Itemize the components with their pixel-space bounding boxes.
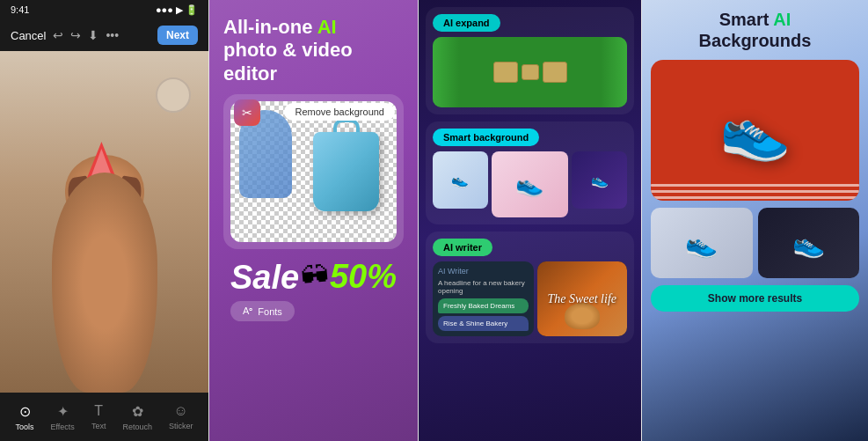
sticker-label: Sticker: [169, 422, 193, 430]
bag-shape: [313, 132, 379, 211]
ai-expand-card: AI expand: [426, 7, 634, 114]
main-sneaker-card: 👟: [651, 60, 859, 201]
panel-smart-backgrounds: Smart AI Backgrounds 👟 👟 👟 Show more res…: [642, 0, 868, 441]
retouch-icon: ✿: [132, 403, 143, 420]
writer-chat: AI Writer A headline for a new bakery op…: [433, 261, 534, 336]
editor-toolbar: ⊙ Tools ✦ Effects T Text ✿ Retouch ☺ Sti…: [0, 393, 208, 441]
sweet-life-text: The Sweet life: [547, 292, 616, 305]
sneaker-emoji-2: 👟: [515, 171, 543, 198]
cancel-button[interactable]: Cancel: [11, 29, 46, 42]
sneaker-images: 👟 👟 👟: [433, 151, 627, 217]
sneaker-mini-3: 👟: [572, 151, 627, 209]
magic-wand-badge: ✂: [234, 99, 260, 126]
sneaker-thumb-icon-1: 👟: [685, 228, 718, 259]
text-label: Text: [91, 422, 106, 430]
redo-icon[interactable]: ↪: [70, 28, 81, 42]
more-icon[interactable]: •••: [106, 28, 119, 42]
expand-bg: [433, 37, 627, 107]
sneaker-image-3: 👟: [572, 151, 627, 209]
panel2-header: All-in-one AI photo & videoeditor: [209, 0, 418, 94]
next-button[interactable]: Next: [157, 26, 198, 45]
undo-icon[interactable]: ↩: [53, 28, 63, 42]
toolbar-item-text[interactable]: T Text: [91, 403, 106, 430]
sneaker-emoji-1: 👟: [451, 172, 469, 188]
sale-percent: 50%: [330, 258, 397, 296]
panel2-title: All-in-one AI photo & videoeditor: [223, 16, 404, 85]
effects-icon: ✦: [57, 403, 69, 420]
title-ai: AI: [317, 16, 337, 38]
dog-image-area: [0, 51, 208, 393]
fonts-label: Fonts: [258, 306, 282, 317]
retouch-label: Retouch: [122, 423, 152, 431]
expand-blur-right: [601, 37, 627, 107]
track-line-3: [651, 196, 859, 199]
box-shape-1: [493, 62, 518, 83]
toolbar-item-effects[interactable]: ✦ Effects: [51, 403, 75, 431]
remove-bg-label: Remove background: [284, 103, 395, 121]
sneaker-mini-1: 👟: [433, 151, 488, 209]
panel4-title: Smart AI Backgrounds: [651, 9, 859, 51]
sneaker-image-2: 👟: [492, 151, 569, 217]
pastry-shape: [565, 303, 600, 329]
effects-label: Effects: [51, 423, 75, 431]
sneaker-thumb-1: 👟: [651, 208, 753, 278]
wall-decoration: [156, 77, 191, 113]
sneaker-thumb-2: 👟: [758, 208, 860, 278]
title-smart: Smart: [719, 10, 774, 29]
sneaker-mini-2: 👟: [492, 151, 569, 217]
sunglasses-icon: 🕶: [299, 260, 330, 295]
fonts-icon: Aᵒ: [243, 305, 253, 317]
tools-icon: ⊙: [19, 403, 31, 420]
download-icon[interactable]: ⬇: [88, 28, 98, 42]
text-icon: T: [94, 403, 103, 419]
chat-bubble-2: Rise & Shine Bakery: [438, 316, 529, 331]
track-line-1: [651, 184, 859, 187]
ai-writer-badge: AI writer: [433, 239, 492, 256]
show-more-button[interactable]: Show more results: [651, 285, 859, 312]
expand-container: [433, 37, 627, 107]
fonts-badge[interactable]: Aᵒ Fonts: [230, 301, 295, 321]
panel-photo-editor: 9:41 ●●● ▶ 🔋 Cancel ↩ ↪ ⬇ ••• Next: [0, 0, 208, 441]
dog-background: [0, 51, 208, 393]
writer-prompt: A headline for a new bakery opening: [438, 279, 529, 295]
writer-title: AI Writer: [438, 267, 529, 276]
editor-header: Cancel ↩ ↪ ⬇ ••• Next: [0, 19, 208, 51]
panel-ai-features: AI expand Smart background 👟 👟: [419, 0, 641, 441]
tools-label: Tools: [16, 423, 34, 431]
title-ai: AI: [773, 10, 791, 29]
main-sneaker-image: 👟: [719, 97, 791, 164]
status-time: 9:41: [11, 4, 29, 15]
expand-blur-left: [433, 37, 459, 107]
dog-body-fur: [52, 173, 157, 393]
track-line-2: [651, 190, 859, 193]
title-backgrounds: Backgrounds: [699, 31, 812, 50]
status-icons: ●●● ▶ 🔋: [156, 4, 198, 16]
title-rest: photo & videoeditor: [223, 39, 353, 84]
toolbar-item-sticker[interactable]: ☺ Sticker: [169, 403, 193, 430]
status-bar: 9:41 ●●● ▶ 🔋: [0, 0, 208, 19]
writer-container: AI Writer A headline for a new bakery op…: [433, 261, 627, 336]
header-left: Cancel ↩ ↪ ⬇ •••: [11, 28, 119, 42]
ai-expand-badge: AI expand: [433, 14, 500, 32]
sneaker-emoji-3: 👟: [591, 172, 609, 188]
smart-background-card: Smart background 👟 👟 👟: [426, 121, 634, 224]
panel2-content: ✂ Remove background Sale 🕶 50% Aᵒ Fonts: [209, 94, 418, 441]
panel-all-in-one: All-in-one AI photo & videoeditor ✂ Remo…: [209, 0, 418, 441]
title-normal: All-in-one: [223, 16, 317, 38]
sticker-icon: ☺: [174, 403, 188, 419]
sneaker-thumbnails: 👟 👟: [651, 208, 859, 278]
smart-bg-badge: Smart background: [433, 129, 539, 146]
sweet-life-bg: The Sweet life: [537, 261, 628, 336]
ai-writer-card: AI writer AI Writer A headline for a new…: [426, 232, 634, 343]
sneaker-image-1: 👟: [433, 151, 488, 209]
sale-section: Sale 🕶 50%: [216, 249, 411, 301]
box-shape-3: [543, 62, 567, 83]
toolbar-item-retouch[interactable]: ✿ Retouch: [122, 403, 152, 431]
toolbar-item-tools[interactable]: ⊙ Tools: [16, 403, 34, 431]
sneaker-thumb-icon-2: 👟: [792, 228, 825, 259]
box-shape-2: [522, 64, 539, 80]
sweet-life-card: The Sweet life: [537, 261, 628, 336]
dog-figure: [43, 146, 166, 393]
bag-handle: [333, 119, 360, 132]
remove-bg-card: ✂ Remove background: [223, 94, 404, 249]
